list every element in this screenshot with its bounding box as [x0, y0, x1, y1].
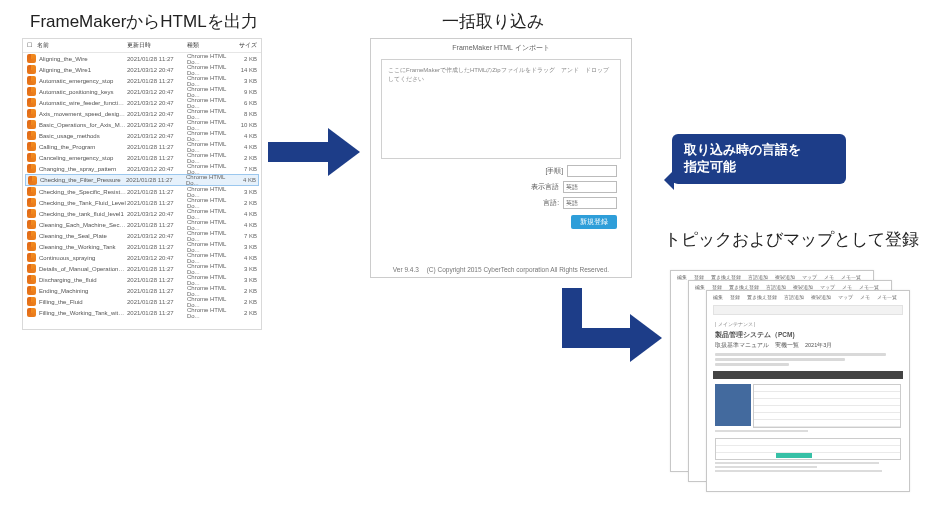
file-type: Chrome HTML Do... — [186, 174, 236, 186]
caption-export: FrameMakerからHTMLを出力 — [30, 10, 258, 33]
file-size: 14 KB — [237, 67, 257, 73]
col-date[interactable]: 更新日時 — [127, 41, 187, 50]
file-size: 7 KB — [237, 233, 257, 239]
register-button[interactable]: 新規登録 — [571, 215, 617, 229]
file-name: Cleaning_the_Working_Tank — [39, 244, 127, 250]
col-name[interactable]: 名前 — [37, 41, 127, 50]
file-size: 2 KB — [237, 155, 257, 161]
file-size: 4 KB — [237, 144, 257, 150]
file-name: Filling_the_Working_Tank_with_Dielect... — [39, 310, 127, 316]
lang-select[interactable]: 英語 — [563, 197, 617, 209]
table-row[interactable]: Aligning_the_Wire2021/01/28 11:27Chrome … — [25, 53, 259, 64]
file-size: 4 KB — [237, 211, 257, 217]
file-date: 2021/01/28 11:27 — [127, 244, 187, 250]
tezyun-input[interactable] — [567, 165, 617, 177]
doc-body: | メインテナンス | 製品管理システム（PCM) 取扱基準マニュアル 実機一覧… — [707, 317, 909, 478]
file-name: Continuous_spraying — [39, 255, 127, 261]
doc-tab[interactable]: 編集 — [711, 294, 725, 300]
file-name: Automatic_positioning_keys — [39, 89, 127, 95]
doc-tab[interactable]: マップ — [836, 294, 855, 300]
file-name: Ending_Machining — [39, 288, 127, 294]
file-name: Checking_the_Tank_Fluid_Level — [39, 200, 127, 206]
file-size: 3 KB — [237, 78, 257, 84]
import-title: FrameMaker HTML インポート — [371, 39, 631, 55]
doc-tab[interactable]: メモ一覧 — [875, 294, 899, 300]
table-row[interactable]: Checking_the_Tank_Fluid_Level2021/01/28 … — [25, 197, 259, 208]
file-date: 2021/01/28 11:27 — [127, 144, 187, 150]
table-row[interactable]: Basic_Operations_for_Axis_Movement2021/0… — [25, 119, 259, 130]
table-row[interactable]: Automatic_wire_feeder_function_keys2021/… — [25, 97, 259, 108]
file-name: Automatic_wire_feeder_function_keys — [39, 100, 127, 106]
file-size: 2 KB — [237, 288, 257, 294]
file-name: Axis_movement_speed_designation_k... — [39, 111, 127, 117]
doc-tab[interactable]: 置き換え登録 — [745, 294, 779, 300]
table-row[interactable]: Cleaning_Each_Machine_Section2021/01/28 … — [25, 219, 259, 230]
doc-tab[interactable]: 言語追加 — [782, 294, 806, 300]
file-name: Cleaning_Each_Machine_Section — [39, 222, 127, 228]
table-row[interactable]: Cleaning_the_Working_Tank2021/01/28 11:2… — [25, 241, 259, 252]
table-row[interactable]: Aligning_the_Wire12021/03/12 20:47Chrome… — [25, 64, 259, 75]
doc-minitable — [715, 438, 901, 460]
table-row[interactable]: Checking_the_tank_fluid_level12021/03/12… — [25, 208, 259, 219]
file-name: Checking_the_Filter_Pressure — [40, 177, 126, 183]
html-file-icon — [27, 198, 36, 207]
html-file-icon — [27, 54, 36, 63]
table-row[interactable]: Filling_the_Fluid2021/01/28 11:27Chrome … — [25, 296, 259, 307]
file-date: 2021/03/12 20:47 — [127, 100, 187, 106]
html-file-icon — [27, 231, 36, 240]
file-name: Canceling_emergency_stop — [39, 155, 127, 161]
dropzone[interactable]: ここにFrameMakerで作成したHTMLのZipファイルをドラッグ アンド … — [381, 59, 621, 159]
file-date: 2021/01/28 11:27 — [127, 200, 187, 206]
table-row[interactable]: Checking_the_Specific_Resistivity2021/01… — [25, 186, 259, 197]
table-row[interactable]: Continuous_spraying2021/03/12 20:47Chrom… — [25, 252, 259, 263]
file-name: Checking_the_tank_fluid_level1 — [39, 211, 127, 217]
doc-tab[interactable]: 複製追加 — [809, 294, 833, 300]
table-row[interactable]: Automatic_positioning_keys2021/03/12 20:… — [25, 86, 259, 97]
file-date: 2021/01/28 11:27 — [127, 277, 187, 283]
html-file-icon — [27, 109, 36, 118]
file-date: 2021/03/12 20:47 — [127, 111, 187, 117]
table-row[interactable]: Basic_usage_methods2021/03/12 20:47Chrom… — [25, 130, 259, 141]
table-row[interactable]: Canceling_emergency_stop2021/01/28 11:27… — [25, 152, 259, 163]
lang-label: 言語: — [543, 199, 559, 208]
html-file-icon — [27, 253, 36, 262]
col-type[interactable]: 種類 — [187, 41, 237, 50]
table-row[interactable]: Cleaning_the_Seal_Plate2021/03/12 20:47C… — [25, 230, 259, 241]
file-name: Automatic_emergency_stop — [39, 78, 127, 84]
doc-title: 製品管理システム（PCM) — [715, 331, 901, 340]
table-row[interactable]: Changing_the_spray_pattern2021/03/12 20:… — [25, 163, 259, 174]
table-row[interactable]: Discharging_the_fluid2021/01/28 11:27Chr… — [25, 274, 259, 285]
html-file-icon — [27, 297, 36, 306]
table-row[interactable]: Ending_Machining2021/01/28 11:27Chrome H… — [25, 285, 259, 296]
table-row[interactable]: Details_of_Manual_Operation_Box_fun...20… — [25, 263, 259, 274]
html-file-icon — [27, 153, 36, 162]
html-file-icon — [27, 220, 36, 229]
doc-table — [715, 384, 901, 428]
file-size: 3 KB — [237, 244, 257, 250]
table-row[interactable]: Checking_the_Filter_Pressure2021/01/28 1… — [25, 174, 259, 186]
form-lang: 言語: 英語 — [371, 195, 631, 211]
file-name: Basic_usage_methods — [39, 133, 127, 139]
html-file-icon — [27, 286, 36, 295]
table-row[interactable]: Calling_the_Program2021/01/28 11:27Chrom… — [25, 141, 259, 152]
html-file-icon — [27, 187, 36, 196]
version-label: Ver 9.4.3 — [393, 266, 419, 273]
doc-tab[interactable]: 編集 — [675, 274, 689, 280]
col-size[interactable]: サイズ — [237, 41, 257, 50]
doc-tab[interactable]: 登録 — [728, 294, 742, 300]
doc-toolbar[interactable] — [713, 305, 903, 315]
table-row[interactable]: Filling_the_Working_Tank_with_Dielect...… — [25, 307, 259, 318]
language-callout: 取り込み時の言語を 指定可能 — [672, 134, 846, 184]
file-type: Chrome HTML Do... — [187, 307, 237, 319]
table-row[interactable]: Axis_movement_speed_designation_k...2021… — [25, 108, 259, 119]
display-lang-select[interactable]: 英語 — [563, 181, 617, 193]
html-file-icon — [27, 76, 36, 85]
file-name: Aligning_the_Wire — [39, 56, 127, 62]
table-row[interactable]: Automatic_emergency_stop2021/01/28 11:27… — [25, 75, 259, 86]
callout-line2: 指定可能 — [684, 159, 834, 176]
doc-tabs[interactable]: 編集登録置き換え登録言語追加複製追加マップメモメモ一覧 — [707, 291, 909, 303]
doc-tab[interactable]: 編集 — [693, 284, 707, 290]
doc-tab[interactable]: メモ — [858, 294, 872, 300]
file-name: Cleaning_the_Seal_Plate — [39, 233, 127, 239]
file-date: 2021/03/12 20:47 — [127, 122, 187, 128]
